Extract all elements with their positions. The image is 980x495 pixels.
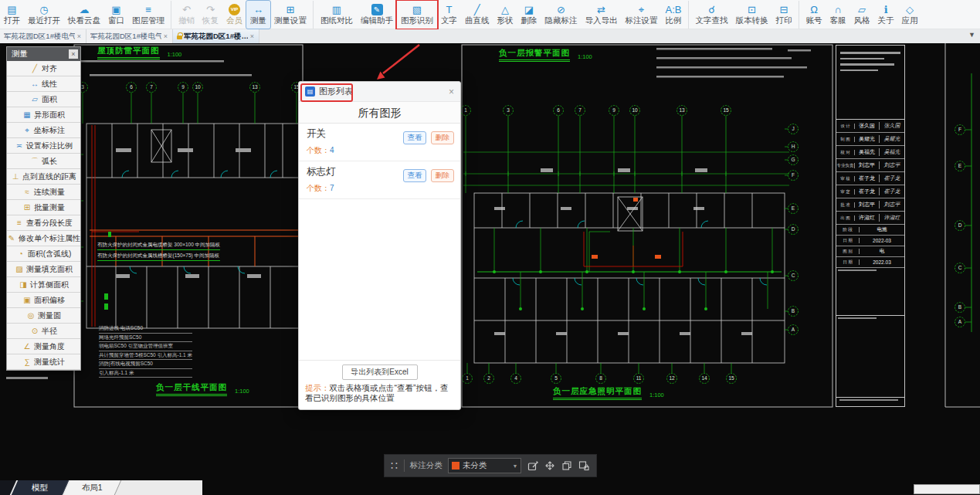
annotation-edit-icon[interactable] [527,459,538,473]
layout-tab[interactable]: 模型 [12,480,69,495]
tab-close-button[interactable]: × [249,32,255,40]
svg-text:9: 9 [181,84,185,90]
measure-tool[interactable]: ≈ 连续测量 [7,185,80,200]
copy-icon[interactable] [561,459,573,473]
measure-tool[interactable]: ◔ 面积(含弧线) [7,246,80,262]
measure-tool[interactable]: ⊞ 批量测量 [7,200,80,215]
tabbar-overflow-caret[interactable]: ▼ [968,31,975,39]
toolbar-button[interactable]: VIP 会员 [222,1,246,29]
toolbar-button[interactable]: Ω 账号 [799,1,826,29]
count-label: 个数： [307,184,330,192]
measure-tool[interactable]: ▱ 面积 [7,92,80,107]
measure-panel-titlebar[interactable]: 测量 × [7,47,80,61]
toolbar-button[interactable]: ☌ 文字查找 [688,1,732,29]
recent-files-icon: ◷ [39,4,50,15]
view-button[interactable]: 查看 [403,131,426,144]
layout-tab[interactable]: 布局1 [64,480,121,495]
toolbar-button[interactable]: ▱ 风格 [850,1,874,29]
toolbar-button[interactable]: ⇄ 导入导出 [582,1,622,29]
measure-tool[interactable]: ⊙ 半径 [7,324,80,339]
measure-tool[interactable]: ▣ 面积偏移 [7,293,80,308]
measure-tool[interactable]: ≡ 查看分段长度 [7,215,80,231]
file-tab[interactable]: 军苑花园D区1#楼电气… × [86,29,173,43]
dialog-titlebar[interactable]: ▤ 图形列表 × [299,82,460,102]
measure-tool[interactable]: ↔ 线性 [7,76,80,92]
cad-app-window: ▤ 打开 ◷ 最近打开 ☁ 快看云盘 ▣ 窗口 ≡ 图层管理 ↶ 撤销 ↷ 恢复 [0,0,980,495]
title-block-row: 审 定 崔子龙 崔子龙 [836,185,904,198]
file-tab-title: 军苑花园D区1#楼电气… [4,32,75,42]
toolbar-button-label: 删除 [521,16,537,25]
lock-icon[interactable] [578,459,590,473]
person-name: 张久国 [855,122,880,130]
person-name: 刘志平 [855,201,880,209]
toolbar-button[interactable]: ☁ 快看云盘 [64,1,104,29]
toolbar-button[interactable]: △ 形状 [493,1,517,29]
toolbar-button[interactable]: ↶ 撤销 [171,1,198,29]
measure-tool[interactable]: ▨ 测量填充面积 [7,262,80,277]
toolbar-button[interactable]: ▣ 窗口 [104,1,128,29]
measure-tool[interactable]: ≍ 设置标注比例 [7,138,80,154]
signature: 吴福先 [880,148,904,156]
measure-tool[interactable]: ⌒ 弧长 [7,154,80,169]
cad-canvas[interactable]: 3679101315136791013151245811121415JHGFED… [0,43,980,495]
file-tab[interactable]: 军苑花园D区1#楼… × [173,29,259,43]
measure-tool[interactable]: ╱ 对齐 [7,61,80,76]
person-name: 崔子龙 [855,188,880,195]
view-button[interactable]: 查看 [403,169,426,182]
shape-list-item[interactable]: 标志灯 个数：7 查看 删除 [299,161,460,199]
toolbar-button-label: 标注设置 [626,16,658,25]
toolbar-button[interactable]: ⊟ 打印 [772,1,796,29]
toolbar-button[interactable]: T 文字 [437,1,461,29]
move-icon[interactable] [544,459,556,473]
toolbar-button[interactable]: ⌖ 标注设置 [622,1,662,29]
signoff-box [836,316,904,398]
shape-tool-icon: △ [500,4,511,15]
toolbar-button[interactable]: ✎ 编辑助手 [357,1,397,29]
toolbar-button[interactable]: ⊘ 隐藏标注 [541,1,582,29]
measure-tool[interactable]: ◨ 计算侧面积 [7,277,80,293]
shape-list-item[interactable]: 开关 个数：4 查看 删除 [299,124,460,161]
toolbar-button-label: 客服 [830,16,846,25]
toolbar-button[interactable]: ⊞ 测量设置 [270,1,310,29]
file-tab[interactable]: 军苑花园D区1#楼电气… × [0,29,86,43]
measure-tool[interactable]: ∠ 测量角度 [7,339,80,354]
toolbar-button[interactable]: ╱ 曲直线 [461,1,493,29]
toolbar-button[interactable]: ↷ 恢复 [198,1,222,29]
toolbar-button[interactable]: ◇ 应用 [898,1,922,29]
toolbar-button[interactable]: ▥ 图纸对比 [313,1,357,29]
measure-tool[interactable]: ⊥ 点到直线的距离 [7,169,80,185]
svg-text:15: 15 [723,107,729,113]
toolbar-button-label: 编辑助手 [361,16,393,25]
person-name: 吴福先 [855,148,880,156]
tab-close-button[interactable]: × [76,32,82,40]
measure-tool[interactable]: ▦ 异形面积 [7,107,80,123]
toolbar-button[interactable]: ◷ 最近打开 [24,1,64,29]
toolbar-button[interactable]: ◪ 删除 [517,1,541,29]
classify-grid-icon[interactable]: ∷ [391,459,398,472]
toolbar-button[interactable]: A:B 比例 [662,1,686,29]
delete-button[interactable]: 删除 [431,131,454,144]
toolbar-button[interactable]: ↔ 测量 [246,1,270,29]
toolbar-button[interactable]: ℹ 关于 [874,1,898,29]
category-select[interactable]: 未分类 ▼ [448,458,522,473]
open-icon: ▤ [6,4,18,15]
measure-tool[interactable]: ∑ 测量统计 [7,354,80,370]
delete-button[interactable]: 删除 [431,169,454,182]
measure-tool-label: 半径 [42,326,57,337]
close-icon[interactable]: × [69,49,78,59]
cloud-drive-icon: ☁ [79,4,90,15]
measure-tool[interactable]: ⌖ 坐标标注 [7,123,80,138]
toolbar-button[interactable]: ▧ 图形识别 [397,1,437,29]
vip-icon: VIP [229,4,240,15]
close-icon[interactable]: × [449,86,454,97]
toolbar-button[interactable]: ∩ 客服 [826,1,850,29]
tab-close-button[interactable]: × [163,32,168,40]
measure-tool[interactable]: ✎ 修改单个标注属性 [7,231,80,246]
measure-tool[interactable]: ◎ 测量圆 [7,308,80,324]
toolbar-button[interactable]: ≡ 图层管理 [128,1,168,29]
file-tab-title: 军苑花园D区1#楼电气… [90,32,161,42]
toolbar-button[interactable]: ⊡ 版本转换 [732,1,772,29]
export-excel-button[interactable]: 导出列表到Excel [342,364,418,380]
svg-text:2: 2 [487,375,490,381]
toolbar-button[interactable]: ▤ 打开 [0,1,24,29]
